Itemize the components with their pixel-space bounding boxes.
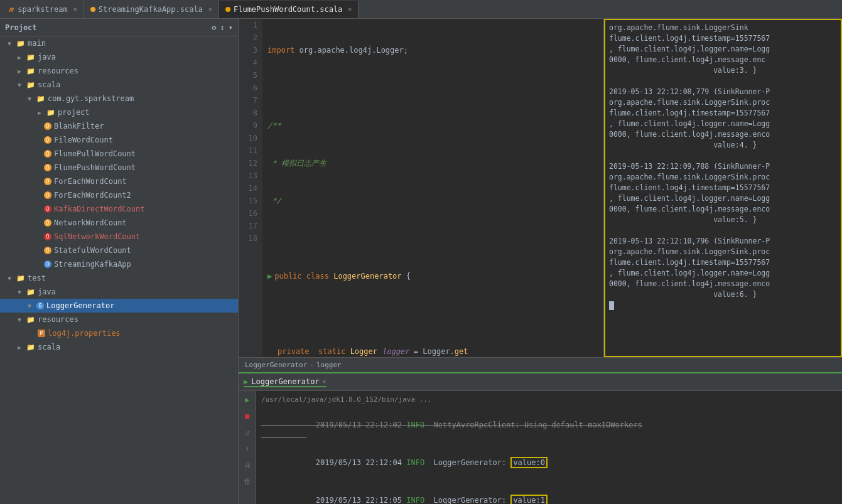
console-path: /usr/local/java/jdk1.8.0_152/bin/java ..… [261,394,837,406]
tree-label: NetworkWordCount [54,218,127,227]
output-line: org.apache.flume.sink.LoggerSink.proc [609,97,837,108]
filter-icon[interactable]: ▾ [229,23,233,32]
output-line: 2019-05-13 22:12:09,788 (SinkRunner-P [609,161,837,172]
tree-item-logger-generator[interactable]: ▼ G LoggerGenerator [0,299,238,313]
tree-item-network-word[interactable]: O NetworkWordCount [0,216,238,230]
run-icon[interactable]: ▶ [241,394,254,406]
tree-item-stateful[interactable]: O StatefulWordCount [0,244,238,257]
code-line-8 [267,308,598,320]
output-line: flume.client.log4j.timestamp=15577567 [609,108,837,119]
stop-icon[interactable]: ■ [241,410,254,422]
tree-item-sql-network[interactable]: O SqlNetworkWordCount [0,230,238,244]
expand-arrow: ▶ [18,344,26,351]
tree-item-test-resources[interactable]: ▼ 📁 resources [0,313,238,326]
tree-item-test[interactable]: ▼ 📁 test [0,271,238,285]
bottom-panel: ▶ LoggerGenerator ✕ ▶ ■ ↺ ⬇ 🖨 🗑 /usr/loc… [239,372,842,504]
run-tab-close[interactable]: ✕ [323,378,327,385]
output-line: flume.client.log4j.timestamp=15577567 [609,183,837,193]
folder-icon: 📁 [26,343,35,351]
expand-arrow: ▼ [8,40,16,47]
tree-label: test [28,274,46,282]
sort-icon[interactable]: ↕ [220,23,225,32]
tree-item-blank-filter[interactable]: O BlankFilter [0,119,238,133]
tree-item-resources[interactable]: ▶ 📁 resources [0,64,238,78]
sidebar-tree: ▼ 📁 main ▶ 📁 java ▶ 📁 resources ▼ 📁 scal… [0,36,238,504]
output-line: value:3. } [609,65,837,76]
tab-close-icon[interactable]: ✕ [208,6,212,13]
print-icon[interactable]: 🖨 [241,459,254,471]
tree-label: resources [38,67,78,75]
breadcrumb-item[interactable]: LoggerGenerator [245,361,307,369]
output-line: org.apache.flume.sink.LoggerSink.proc [609,247,837,257]
tab-streaming-kafka[interactable]: StreamingKafkaApp.scala ✕ [84,1,219,18]
line-numbers: 12345 678910 1112131415 161718 [239,19,262,357]
tree-item-main[interactable]: ▼ 📁 main [0,36,238,50]
folder-icon: 📁 [36,95,45,103]
run-tab[interactable]: ▶ LoggerGenerator ✕ [244,377,327,387]
tree-label: java [38,287,56,296]
code-output-area: 12345 678910 1112131415 161718 import or… [239,19,842,357]
expand-arrow: ▼ [18,82,26,88]
tree-item-flume-pull[interactable]: O FlumePullWordCount [0,147,238,161]
tree-item-scala[interactable]: ▼ 📁 scala [0,78,238,92]
code-content: 12345 678910 1112131415 161718 import or… [239,19,603,357]
sidebar-header: Project ⚙ ↕ ▾ [0,19,238,36]
output-line: 0000, flume.client.log4j.message.enco [609,204,837,215]
tree-item-log4j[interactable]: P log4j.properties [0,326,238,340]
output-panel: org.apache.flume.sink.LoggerSink flume.c… [603,19,842,357]
tree-item-project[interactable]: ▶ 📁 project [0,105,238,119]
expand-arrow: ▼ [28,303,36,309]
tree-item-kafka-direct[interactable]: O KafkaDirectWordCount [0,202,238,216]
output-line: 2019-05-13 22:12:08,779 (SinkRunner-P [609,87,837,97]
right-panel: 12345 678910 1112131415 161718 import or… [239,19,842,504]
down-arrow-icon[interactable]: ⬇ [241,442,254,455]
tab-flume-push[interactable]: FlumePushWordCount.scala ✕ [219,1,359,18]
tree-item-file-word-count[interactable]: O FileWordCount [0,133,238,147]
output-line: value:5. } [609,215,837,225]
console-text-area: /usr/local/java/jdk1.8.0_152/bin/java ..… [256,391,842,504]
class-icon: O [44,122,51,130]
tree-item-test-java[interactable]: ▼ 📁 java [0,285,238,299]
tree-label: KafkaDirectWordCount [54,205,145,213]
tree-label: FlumePullWordCount [54,149,136,158]
breadcrumb-item[interactable]: logger [316,361,342,369]
output-content: org.apache.flume.sink.LoggerSink flume.c… [604,19,842,357]
gear-icon[interactable]: ⚙ [212,23,216,32]
output-line: value:4. } [609,140,837,151]
expand-arrow: ▶ [18,68,26,75]
console-sidebar-icons: ▶ ■ ↺ ⬇ 🖨 🗑 [239,391,256,504]
tree-item-com-gyt[interactable]: ▼ 📁 com.gyt.sparkstream [0,92,238,105]
output-line: 0000, flume.client.log4j.message.enco [609,129,837,140]
class-icon: O [44,247,51,254]
tree-label: scala [38,80,60,89]
tree-item-java[interactable]: ▶ 📁 java [0,50,238,64]
tree-item-test-scala[interactable]: ▶ 📁 scala [0,340,238,354]
rerun-icon[interactable]: ↺ [241,426,254,439]
output-line: , flume.client.log4j.logger.name=Logg [609,268,837,279]
tree-label: java [38,53,56,62]
expand-arrow: ▶ [18,54,26,61]
folder-icon: 📁 [26,81,35,89]
tree-item-flume-push[interactable]: O FlumePushWordCount [0,161,238,174]
tree-item-for-each2[interactable]: O ForEachWordCount2 [0,188,238,202]
folder-icon: 📁 [16,274,25,282]
tab-close-icon[interactable]: ✕ [73,6,77,13]
tree-item-streaming-kafka-app[interactable]: O StreamingKafkaApp [0,257,238,271]
scala-icon: m [9,5,13,14]
tree-item-for-each[interactable]: O ForEachWordCount [0,174,238,188]
class-icon: O [44,205,51,213]
tab-sparkstream[interactable]: m sparkstream ✕ [3,1,84,18]
trash-icon[interactable]: 🗑 [241,475,254,488]
output-line [609,300,837,311]
tree-label: BlankFilter [54,122,104,131]
tab-close-icon[interactable]: ✕ [348,6,352,13]
folder-icon: 📁 [16,40,25,48]
main-area: Project ⚙ ↕ ▾ ▼ 📁 main ▶ 📁 java ▶ 📁 [0,19,842,504]
output-line [609,225,837,236]
code-line-4: * 模拟日志产生 [267,157,598,169]
tree-label: project [58,108,90,117]
run-tab-label: LoggerGenerator [251,377,319,386]
class-icon: O [44,150,51,158]
code-line-3: /** [267,119,598,132]
sidebar-title: Project [5,23,37,32]
